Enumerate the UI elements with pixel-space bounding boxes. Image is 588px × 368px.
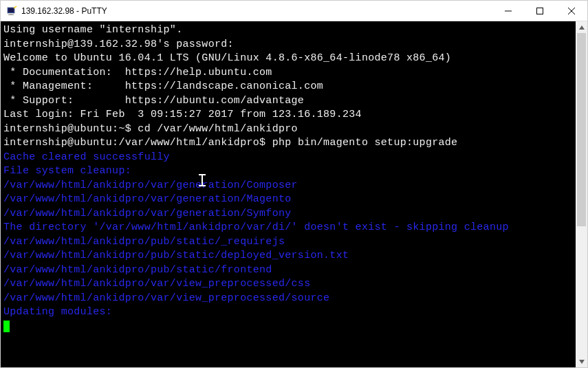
terminal-line: /var/www/html/ankidpro/var/view_preproce… [3, 292, 573, 306]
terminal-area: Using username "internship".internship@1… [1, 21, 587, 367]
scroll-down-button[interactable] [576, 356, 587, 367]
terminal[interactable]: Using username "internship".internship@1… [1, 21, 576, 367]
putty-icon [6, 6, 17, 17]
terminal-line: The directory '/var/www/html/ankidpro/va… [3, 221, 573, 235]
terminal-line: /var/www/html/ankidpro/var/view_preproce… [3, 277, 573, 292]
terminal-line: /var/www/html/ankidpro/var/generation/Ma… [3, 193, 573, 207]
svg-marker-9 [579, 25, 585, 30]
terminal-line: internship@ubuntu:/var/www/html/ankidpro… [3, 136, 573, 151]
terminal-line: internship@ubuntu:~$ cd /var/www/html/an… [3, 122, 573, 137]
scroll-track[interactable] [576, 33, 587, 356]
terminal-line: /var/www/html/ankidpro/var/generation/Co… [3, 179, 573, 193]
svg-rect-2 [10, 13, 12, 14]
terminal-line: Cache cleared successfully [3, 151, 573, 165]
terminal-line: /var/www/html/ankidpro/pub/static/fronte… [3, 263, 573, 278]
terminal-line: * Support: https://ubuntu.com/advantage [3, 94, 573, 109]
maximize-button[interactable] [524, 1, 556, 21]
minimize-button[interactable] [492, 1, 524, 21]
svg-line-4 [14, 6, 17, 8]
terminal-line: Updating modules: [3, 305, 573, 320]
terminal-line: internship@139.162.32.98's password: [3, 38, 573, 52]
prompt: internship@ubuntu:/var/www/html/ankidpro… [3, 137, 272, 149]
terminal-line: Last login: Fri Feb 3 09:15:27 2017 from… [3, 108, 573, 122]
scrollbar[interactable] [576, 21, 587, 367]
terminal-line: /var/www/html/ankidpro/var/generation/Sy… [3, 207, 573, 221]
svg-rect-3 [8, 14, 14, 15]
terminal-line: * Management: https://landscape.canonica… [3, 80, 573, 94]
putty-window: 139.162.32.98 - PuTTY Using username "in… [0, 0, 588, 368]
terminal-line: Welcome to Ubuntu 16.04.1 LTS (GNU/Linux… [3, 52, 573, 66]
terminal-line: /var/www/html/ankidpro/pub/static/deploy… [3, 249, 573, 263]
command: php bin/magento setup:upgrade [272, 137, 458, 149]
scroll-up-button[interactable] [576, 21, 587, 33]
scroll-thumb[interactable] [577, 33, 586, 226]
svg-marker-10 [579, 360, 585, 364]
svg-rect-1 [8, 8, 14, 12]
terminal-line: Using username "internship". [3, 23, 573, 38]
window-controls [492, 1, 587, 21]
terminal-line: File system cleanup: [3, 164, 573, 179]
terminal-line [3, 320, 573, 334]
window-title: 139.162.32.98 - PuTTY [21, 6, 492, 16]
command: cd /var/www/html/ankidpro [138, 123, 298, 135]
svg-rect-6 [537, 8, 543, 14]
terminal-cursor [3, 321, 10, 332]
prompt: internship@ubuntu:~$ [3, 123, 138, 135]
titlebar[interactable]: 139.162.32.98 - PuTTY [1, 1, 587, 21]
close-button[interactable] [556, 1, 587, 21]
terminal-line: * Documentation: https://help.ubuntu.com [3, 66, 573, 80]
terminal-line: /var/www/html/ankidpro/pub/static/_requi… [3, 235, 573, 250]
